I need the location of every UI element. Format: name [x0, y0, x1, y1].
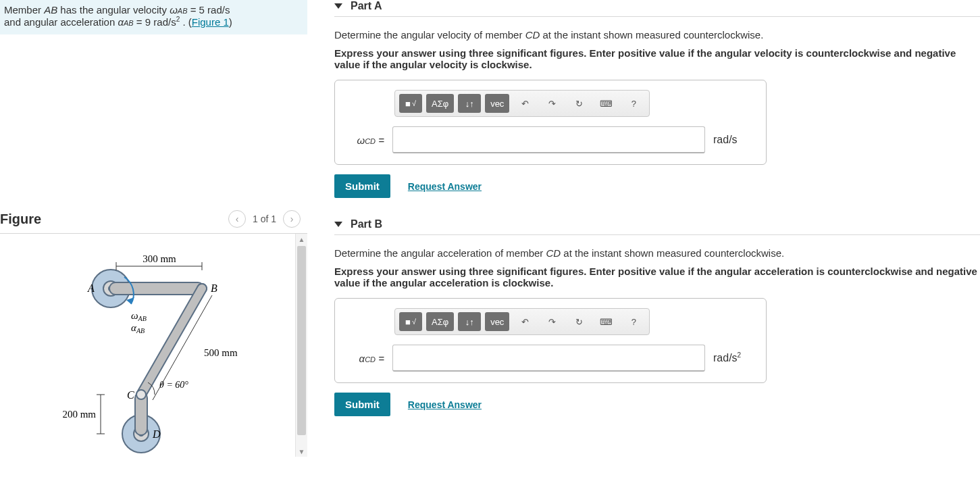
svg-text:B: B: [211, 282, 217, 294]
part-b-variable: αCD =: [347, 353, 384, 364]
part-a-instructions: Express your answer using three signific…: [334, 47, 980, 70]
reset-button[interactable]: ↻: [567, 312, 590, 331]
part-b-header[interactable]: Part B: [334, 218, 980, 230]
figure-scrollbar[interactable]: ▲ ▼: [295, 234, 307, 457]
greek-button[interactable]: ΑΣφ: [426, 94, 454, 113]
part-a-variable: ωCD =: [347, 134, 384, 146]
templates-button[interactable]: ■√: [399, 312, 422, 331]
vector-button[interactable]: vec: [485, 312, 509, 331]
scroll-up-icon[interactable]: ▲: [296, 234, 307, 245]
svg-text:ωAB: ωAB: [131, 310, 147, 322]
redo-button[interactable]: ↷: [540, 312, 563, 331]
equation-toolbar: ■√ ΑΣφ ↓↑ vec ↶ ↷ ↻ ⌨ ?: [394, 90, 650, 117]
subscript-button[interactable]: ↓↑: [458, 94, 481, 113]
figure-pager: ‹ 1 of 1 ›: [228, 210, 301, 228]
svg-point-11: [136, 390, 146, 399]
undo-button[interactable]: ↶: [513, 312, 536, 331]
greek-button[interactable]: ΑΣφ: [426, 312, 454, 331]
part-b-request-answer[interactable]: Request Answer: [408, 399, 482, 410]
caret-down-icon: [334, 3, 342, 9]
part-a-submit-button[interactable]: Submit: [334, 174, 390, 198]
equation-toolbar: ■√ ΑΣφ ↓↑ vec ↶ ↷ ↻ ⌨ ?: [394, 308, 650, 335]
scroll-thumb[interactable]: [297, 246, 306, 435]
scroll-down-icon[interactable]: ▼: [296, 446, 307, 457]
keyboard-button[interactable]: ⌨: [594, 312, 618, 331]
member-ab: AB: [44, 4, 57, 16]
svg-text:αAB: αAB: [131, 322, 145, 334]
intro-text: Member: [4, 4, 44, 16]
part-b-instructions: Express your answer using three signific…: [334, 266, 980, 289]
part-a-answer-box: ■√ ΑΣφ ↓↑ vec ↶ ↷ ↻ ⌨ ? ωCD = rad/s: [334, 80, 767, 165]
help-button[interactable]: ?: [622, 94, 645, 113]
part-b-answer-input[interactable]: [392, 345, 705, 372]
reset-button[interactable]: ↻: [567, 94, 590, 113]
redo-button[interactable]: ↷: [540, 94, 563, 113]
svg-text:300 mm: 300 mm: [143, 253, 176, 264]
svg-text:D: D: [152, 428, 161, 440]
part-a-prompt: Determine the angular velocity of member…: [334, 29, 980, 41]
undo-button[interactable]: ↶: [513, 94, 536, 113]
part-b-submit-button[interactable]: Submit: [334, 393, 390, 416]
svg-text:A: A: [87, 282, 95, 294]
part-b-title: Part B: [351, 218, 382, 230]
svg-text:200 mm: 200 mm: [62, 409, 96, 420]
part-b-answer-box: ■√ ΑΣφ ↓↑ vec ↶ ↷ ↻ ⌨ ? αCD = rad/s2: [334, 298, 767, 383]
figure-next-button[interactable]: ›: [283, 210, 301, 228]
part-a-unit: rad/s: [713, 134, 754, 146]
figure-image: 300 mm 500 mm θ = 60° 200 mm: [0, 234, 295, 454]
keyboard-button[interactable]: ⌨: [594, 94, 618, 113]
figure-prev-button[interactable]: ‹: [228, 210, 246, 228]
part-a-answer-input[interactable]: [392, 126, 705, 153]
problem-intro: Member AB has the angular velocity ωAB =…: [0, 0, 307, 34]
figure-title: Figure: [0, 211, 41, 227]
part-a-title: Part A: [351, 0, 382, 12]
svg-text:500 mm: 500 mm: [204, 347, 238, 358]
subscript-button[interactable]: ↓↑: [458, 312, 481, 331]
part-a-request-answer[interactable]: Request Answer: [408, 181, 482, 192]
caret-down-icon: [334, 222, 342, 227]
templates-button[interactable]: ■√: [399, 94, 422, 113]
part-b-unit: rad/s2: [713, 351, 754, 364]
vector-button[interactable]: vec: [485, 94, 509, 113]
svg-line-6: [141, 289, 202, 395]
part-b-prompt: Determine the angular acceleration of me…: [334, 247, 980, 259]
part-a-header[interactable]: Part A: [334, 0, 980, 12]
svg-rect-3: [109, 282, 204, 295]
figure-page: 1 of 1: [253, 214, 276, 224]
help-button[interactable]: ?: [622, 312, 645, 331]
figure-link[interactable]: Figure 1: [192, 16, 229, 28]
svg-text:C: C: [127, 389, 134, 401]
svg-text:θ = 60°: θ = 60°: [159, 380, 188, 390]
